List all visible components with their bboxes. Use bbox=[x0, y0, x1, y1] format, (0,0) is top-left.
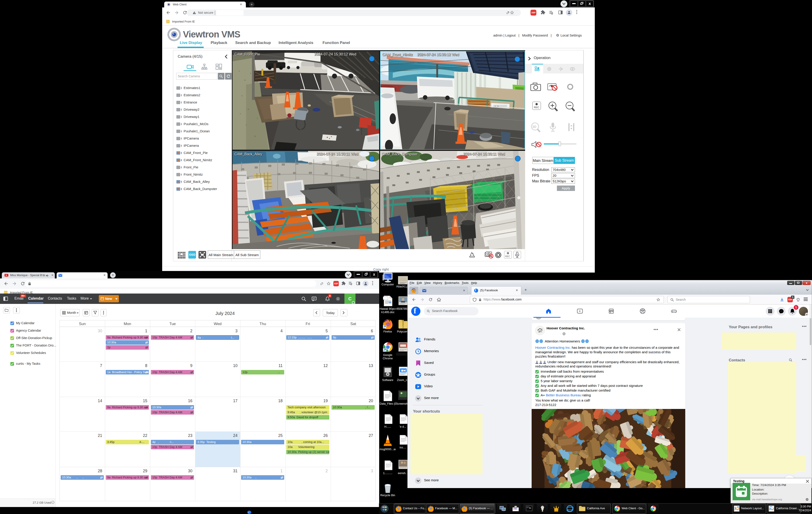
svg-text:3D: 3D bbox=[532, 125, 536, 128]
svg-text:REC: REC bbox=[505, 255, 510, 258]
svg-text:REC: REC bbox=[534, 106, 539, 109]
